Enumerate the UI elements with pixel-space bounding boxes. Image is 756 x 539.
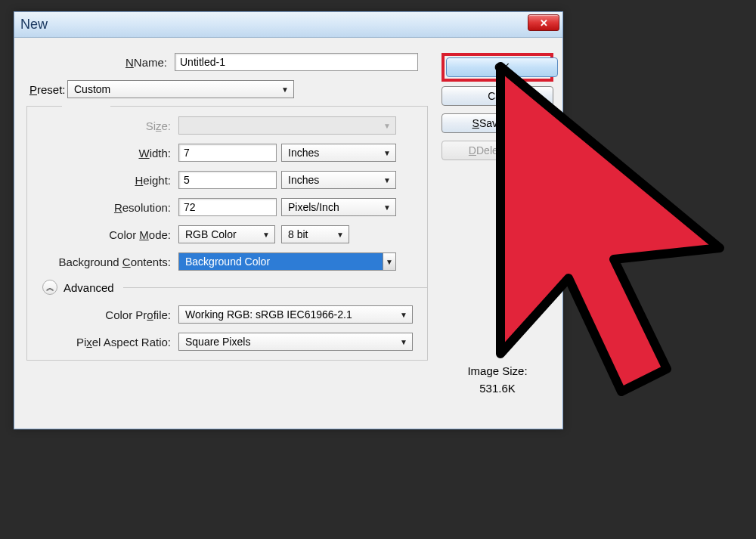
preset-label: Preset: <box>29 83 67 96</box>
width-input[interactable] <box>178 144 277 162</box>
name-label: NName: <box>23 56 175 69</box>
chevron-down-icon: ▼ <box>336 231 344 239</box>
divider <box>123 287 427 288</box>
resolution-label: Resolution: <box>27 201 178 214</box>
height-label: Height: <box>27 174 178 187</box>
resolution-unit-select[interactable]: Pixels/Inch ▼ <box>281 198 396 216</box>
ok-button[interactable]: OK <box>446 57 558 77</box>
image-size-label: Image Size: <box>442 364 553 377</box>
bit-depth-select[interactable]: 8 bit ▼ <box>281 225 349 243</box>
color-mode-select[interactable]: RGB Color ▼ <box>178 225 275 243</box>
color-profile-label: Color Profile: <box>27 308 178 321</box>
ok-highlight-annotation: OK <box>442 53 553 82</box>
width-unit-select[interactable]: Inches ▼ <box>281 144 396 162</box>
color-mode-label: Color Mode: <box>27 228 178 241</box>
chevron-down-icon: ▼ <box>400 338 407 346</box>
chevron-down-icon: ▼ <box>383 122 391 130</box>
size-select: ▼ <box>178 116 396 135</box>
height-input[interactable] <box>178 171 277 189</box>
chevron-down-icon: ▼ <box>383 253 395 270</box>
image-size-value: 531.6K <box>442 382 553 395</box>
name-input[interactable] <box>175 53 418 71</box>
save-preset-button[interactable]: SSave Pre <box>442 113 553 133</box>
chevron-down-icon: ▼ <box>281 85 289 94</box>
chevron-up-icon: ︽ <box>46 282 54 293</box>
size-label: Size: <box>27 119 178 132</box>
pixel-aspect-select[interactable]: Square Pixels ▼ <box>178 333 413 351</box>
resolution-input[interactable] <box>178 198 277 216</box>
width-label: Width: <box>27 147 178 160</box>
bg-contents-select[interactable]: Background Color ▼ <box>178 252 396 271</box>
color-profile-select[interactable]: Working RGB: sRGB IEC61966-2.1 ▼ <box>178 305 413 324</box>
new-document-dialog: New ✕ NName: Preset: Custom ▼ <box>14 11 563 429</box>
bg-contents-label: Background Contents: <box>27 256 178 268</box>
cancel-button[interactable]: Can <box>442 86 553 106</box>
pixel-aspect-label: Pixel Aspect Ratio: <box>27 336 178 348</box>
chevron-down-icon: ▼ <box>383 203 391 212</box>
preset-select[interactable]: Custom ▼ <box>67 80 294 98</box>
close-icon: ✕ <box>540 17 548 29</box>
chevron-down-icon: ▼ <box>262 231 270 239</box>
advanced-toggle[interactable]: ︽ <box>42 280 57 295</box>
dialog-title: New <box>20 17 48 33</box>
chevron-down-icon: ▼ <box>383 176 391 184</box>
height-unit-select[interactable]: Inches ▼ <box>281 171 396 189</box>
chevron-down-icon: ▼ <box>400 311 407 319</box>
advanced-label: Advanced <box>64 281 114 294</box>
titlebar[interactable]: New ✕ <box>14 12 562 38</box>
delete-preset-button: DDelete Pre <box>442 141 553 160</box>
chevron-down-icon: ▼ <box>383 149 391 157</box>
close-button[interactable]: ✕ <box>528 14 559 31</box>
